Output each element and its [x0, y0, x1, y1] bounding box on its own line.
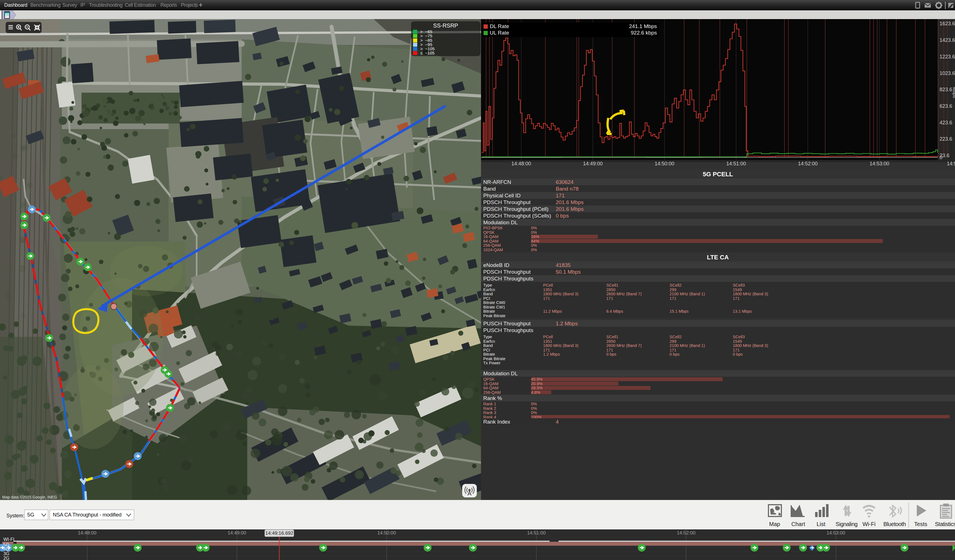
svg-text:14:52:00: 14:52:00 [677, 530, 695, 536]
svg-text:PCI: PCI [483, 296, 490, 301]
svg-text:630624: 630624 [556, 179, 574, 185]
svg-text:14:49:00: 14:49:00 [583, 161, 603, 167]
svg-text:2850: 2850 [606, 287, 615, 292]
svg-text:171: 171 [606, 348, 613, 352]
svg-text:Bitrate: Bitrate [483, 309, 495, 314]
svg-text:Band: Band [483, 292, 493, 296]
svg-text:SCell1: SCell1 [606, 283, 618, 287]
svg-text:Map: Map [769, 521, 780, 527]
svg-text:Modulation DL: Modulation DL [483, 371, 518, 376]
svg-text:14:53:00: 14:53:00 [827, 530, 845, 536]
svg-text:Band: Band [483, 343, 493, 348]
svg-text:0 bps: 0 bps [556, 213, 569, 219]
svg-text:28.5%: 28.5% [531, 386, 543, 390]
svg-text:223.6: 223.6 [939, 136, 952, 142]
svg-text:Statistics: Statistics [935, 521, 955, 527]
svg-text:4: 4 [556, 419, 559, 425]
svg-text:Earfcn: Earfcn [483, 287, 495, 292]
svg-text:1800 MHz (Band 3): 1800 MHz (Band 3) [733, 343, 768, 348]
svg-text:1223.6: 1223.6 [939, 54, 955, 59]
svg-text:201.6 Mbps: 201.6 Mbps [556, 199, 584, 205]
svg-text:171: 171 [543, 296, 550, 301]
svg-text:2100 MHz (Band 1): 2100 MHz (Band 1) [670, 292, 705, 296]
svg-text:14:53:00: 14:53:00 [870, 161, 889, 167]
svg-text:299: 299 [670, 287, 676, 292]
svg-text:Bitrate: Bitrate [483, 352, 495, 357]
svg-text:14:49:00: 14:49:00 [228, 530, 246, 536]
svg-text:eNodeB ID: eNodeB ID [483, 262, 509, 268]
svg-text:Physical Cell ID: Physical Cell ID [483, 193, 521, 198]
svg-text:0%: 0% [531, 226, 537, 230]
svg-text:List: List [816, 521, 825, 527]
svg-text:14:51:00: 14:51:00 [726, 161, 746, 167]
svg-text:Type: Type [483, 335, 492, 339]
svg-text:13.1 Mbps: 13.1 Mbps [733, 309, 752, 314]
svg-text:SCell2: SCell2 [670, 283, 682, 287]
svg-text:1.2 Mbps: 1.2 Mbps [543, 352, 560, 357]
svg-text:System:: System: [6, 513, 24, 518]
svg-text:Signaling: Signaling [836, 521, 858, 527]
svg-text:1800 MHz (Band 3): 1800 MHz (Band 3) [543, 343, 579, 348]
svg-text:Earfcn: Earfcn [483, 339, 495, 343]
svg-text:922.6 kbps: 922.6 kbps [631, 30, 657, 36]
svg-text:1623.6: 1623.6 [939, 21, 955, 27]
svg-text:64-QAM: 64-QAM [483, 239, 498, 243]
svg-text:14:48:00: 14:48:00 [511, 161, 531, 167]
svg-text:≤ −105: ≤ −105 [420, 50, 434, 55]
svg-text:PDSCH Throughputs: PDSCH Throughputs [483, 276, 533, 282]
svg-text:NSA CA Throughput - modified: NSA CA Throughput - modified [53, 512, 121, 518]
svg-text:0%: 0% [531, 230, 537, 235]
svg-text:NR-ARFCN: NR-ARFCN [483, 179, 511, 185]
svg-text:2600 MHz (Band 7): 2600 MHz (Band 7) [606, 292, 642, 296]
svg-text:171: 171 [543, 348, 550, 352]
svg-text:1549: 1549 [733, 287, 742, 292]
svg-text:256-QAM: 256-QAM [483, 243, 501, 248]
svg-text:1.2 Mbps: 1.2 Mbps [556, 321, 578, 326]
svg-text:0%: 0% [531, 248, 537, 252]
svg-text:1423.6: 1423.6 [939, 37, 955, 43]
svg-text:1549: 1549 [733, 339, 742, 343]
svg-text:623.6: 623.6 [939, 103, 952, 109]
svg-text:Bitrate CW1: Bitrate CW1 [483, 305, 505, 309]
svg-text:Rank 2: Rank 2 [483, 406, 496, 411]
svg-text:14:50:00: 14:50:00 [377, 530, 396, 536]
svg-text:1800 MHz (Band 3): 1800 MHz (Band 3) [733, 292, 768, 296]
svg-text:Tx Power: Tx Power [483, 361, 500, 365]
svg-text:2850: 2850 [606, 339, 615, 343]
svg-text:0%: 0% [531, 406, 537, 411]
svg-text:PI/2-BPSK: PI/2-BPSK [483, 226, 503, 230]
svg-text:16-QAM: 16-QAM [483, 381, 498, 386]
svg-text:64-QAM: 64-QAM [483, 386, 498, 390]
svg-text:0%: 0% [531, 402, 537, 406]
svg-text:0%: 0% [531, 243, 537, 248]
svg-text:2G: 2G [3, 556, 9, 560]
svg-text:QPSK: QPSK [483, 230, 495, 235]
svg-text:0%: 0% [531, 410, 537, 415]
svg-text:14:50:00: 14:50:00 [654, 161, 674, 167]
svg-text:2600 MHz (Band 7): 2600 MHz (Band 7) [606, 343, 642, 348]
svg-text:1023.6: 1023.6 [939, 70, 955, 76]
svg-text:1351: 1351 [543, 287, 552, 292]
svg-text:201.6 Mbps: 201.6 Mbps [556, 206, 584, 212]
svg-text:3G: 3G [3, 551, 9, 556]
svg-text:171: 171 [670, 296, 676, 301]
svg-text:423.6: 423.6 [939, 120, 952, 125]
svg-text:UL Rate: UL Rate [490, 30, 509, 36]
svg-text:PDSCH Throughput: PDSCH Throughput [483, 269, 531, 275]
svg-text:0: 0 [939, 154, 942, 160]
svg-text:PCI: PCI [483, 348, 490, 352]
svg-text:PUSCH Throughputs: PUSCH Throughputs [483, 327, 533, 333]
svg-text:299: 299 [670, 339, 676, 343]
svg-text:Bitrate CW0: Bitrate CW0 [483, 300, 505, 305]
svg-text:171: 171 [606, 296, 613, 301]
svg-text:1800 MHz (Band 3): 1800 MHz (Band 3) [543, 292, 579, 296]
svg-text:20.9%: 20.9% [531, 381, 543, 386]
svg-text:256-QAM: 256-QAM [483, 390, 501, 395]
svg-text:PDSCH Throughput (PCell): PDSCH Throughput (PCell) [483, 206, 548, 212]
svg-text:Tests: Tests [914, 521, 927, 527]
svg-text:241.1 Mbps: 241.1 Mbps [629, 23, 657, 29]
svg-text:41835: 41835 [556, 262, 571, 268]
svg-text:Rank 1: Rank 1 [483, 402, 496, 406]
svg-text:14:51:00: 14:51:00 [527, 530, 546, 536]
svg-text:16-QAM: 16-QAM [483, 234, 498, 239]
